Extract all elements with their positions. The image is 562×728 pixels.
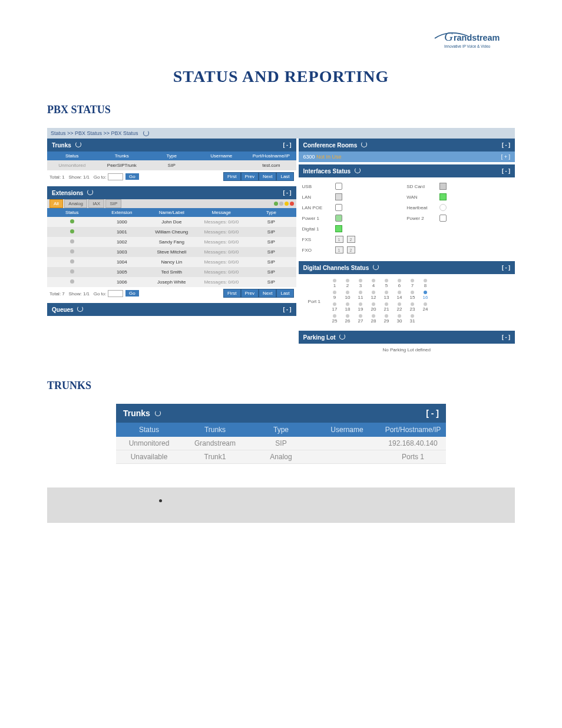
port-icon: 1	[335, 246, 343, 253]
table-row: 1006Joseph WhiteMessages: 0/0/0SIP	[47, 277, 296, 287]
next-button[interactable]: Next	[259, 172, 276, 181]
collapse-button[interactable]: [ - ]	[283, 142, 292, 148]
trunks-pager: Total: 1 Show: 1/1 Go to: Go First Prev …	[47, 170, 296, 183]
channel-cell: 19	[356, 302, 365, 312]
trunks-columns: Status Trunks Type Username Port/Hostnam…	[47, 151, 296, 160]
conference-room-row[interactable]: 6300 Not In Use [ + ]	[299, 151, 515, 162]
tab-sip[interactable]: SIP	[105, 199, 121, 208]
collapse-button[interactable]: [ - ]	[502, 142, 510, 148]
svg-text:G: G	[444, 29, 453, 43]
pbx-screenshot: Status >> PBX Status >> PBX Status Trunk…	[47, 128, 515, 356]
goto-input[interactable]	[108, 173, 123, 180]
first-button[interactable]: First	[223, 289, 241, 298]
conference-panel-header: Conference Rooms [ - ]	[299, 139, 515, 151]
collapse-button[interactable]: [ - ]	[502, 168, 510, 174]
channel-cell: 2	[343, 279, 352, 288]
digital-channels-grid: Port 1 123456789101112131415161718192021…	[299, 274, 515, 328]
channel-cell: 27	[356, 314, 365, 324]
expand-button[interactable]: [ + ]	[501, 154, 510, 160]
tab-all[interactable]: All	[49, 199, 63, 208]
channel-cell: 6	[395, 279, 404, 288]
table-row: 1002Sandy FangMessages: 0/0/0SIP	[47, 237, 296, 247]
prev-button[interactable]: Prev	[241, 172, 259, 181]
channel-cell: 21	[382, 302, 391, 312]
last-button[interactable]: Last	[276, 289, 293, 298]
trunks-zoom-panel: Trunks [ - ] Status Trunks Type Username…	[116, 404, 446, 464]
channel-cell: 8	[421, 279, 430, 288]
table-row: UnmonitoredGrandstreamSIP192.168.40.140	[116, 437, 446, 450]
bullet-icon	[159, 499, 162, 502]
refresh-icon[interactable]	[75, 141, 81, 147]
refresh-icon[interactable]	[339, 334, 345, 340]
trunks-panel-header: Trunks [ - ]	[47, 139, 296, 151]
prev-button[interactable]: Prev	[241, 289, 259, 298]
interface-row: LAN POEHeartbeat	[302, 202, 511, 213]
interface-icon	[335, 193, 342, 200]
refresh-icon[interactable]	[373, 264, 379, 270]
goto-input[interactable]	[108, 290, 123, 297]
extensions-pager: Total: 7 Show: 1/1 Go to: Go First Prev …	[47, 287, 296, 299]
collapse-button[interactable]: [ - ]	[283, 190, 292, 196]
status-dot-icon	[70, 259, 74, 263]
interface-row: FXS1 2	[302, 234, 511, 245]
channel-cell: 26	[343, 314, 352, 324]
svg-text:Innovative IP Voice & Video: Innovative IP Voice & Video	[444, 44, 491, 48]
section-pbx-status: PBX STATUS	[47, 104, 515, 116]
channel-cell: 18	[343, 302, 352, 312]
channel-cell: 12	[369, 291, 378, 300]
interface-row: USBSD Card	[302, 181, 511, 192]
channel-cell: 13	[382, 291, 391, 300]
trunks-zoom-columns: Status Trunks Type Username Port/Hostnam…	[116, 423, 446, 437]
status-dot-icon	[70, 229, 74, 233]
channel-cell: 20	[369, 302, 378, 312]
port-icon: 2	[347, 236, 355, 243]
collapse-button[interactable]: [ - ]	[283, 307, 292, 312]
table-row: UnmonitoredPeerSIPTrunkSIPtest.com	[47, 160, 296, 170]
last-button[interactable]: Last	[276, 172, 293, 181]
channel-cell: 16	[421, 291, 430, 300]
collapse-button[interactable]: [ - ]	[426, 409, 439, 418]
go-button[interactable]: Go	[125, 173, 139, 180]
parking-empty-row: No Parking Lot defined	[299, 344, 515, 356]
collapse-button[interactable]: [ - ]	[502, 265, 510, 271]
refresh-icon[interactable]	[155, 410, 161, 416]
channel-cell: 3	[356, 279, 365, 288]
interface-icon	[335, 183, 342, 190]
section-trunks: TRUNKS	[47, 380, 515, 392]
table-row: 1000John DoeMessages: 0/0/0SIP	[47, 217, 296, 227]
table-row: 1001William CheungMessages: 0/0/0SIP	[47, 227, 296, 237]
tab-analog[interactable]: Analog	[64, 199, 87, 208]
next-button[interactable]: Next	[259, 289, 276, 298]
page-title: STATUS AND REPORTING	[47, 67, 515, 86]
collapse-button[interactable]: [ - ]	[502, 334, 510, 340]
interface-icon	[335, 204, 342, 211]
first-button[interactable]: First	[223, 172, 241, 181]
interface-row: FXO1 2	[302, 245, 511, 255]
table-row: 1005Ted SmithMessages: 0/0/0SIP	[47, 267, 296, 277]
channel-cell: 22	[395, 302, 404, 312]
tab-iax[interactable]: IAX	[88, 199, 104, 208]
refresh-icon[interactable]	[143, 130, 149, 136]
trunks-zoom-header: Trunks [ - ]	[116, 404, 446, 423]
interface-icon	[439, 193, 447, 200]
interface-row: LANWAN	[302, 192, 511, 202]
refresh-icon[interactable]	[355, 167, 361, 173]
channel-cell: 14	[395, 291, 404, 300]
go-button[interactable]: Go	[125, 290, 139, 297]
interface-row: Digital 1	[302, 223, 511, 234]
refresh-icon[interactable]	[361, 141, 367, 147]
extensions-tabs: All Analog IAX SIP	[47, 199, 296, 208]
channel-cell: 28	[369, 314, 378, 324]
channel-cell: 15	[408, 291, 417, 300]
refresh-icon[interactable]	[87, 189, 93, 195]
interfaces-panel-header: Interfaces Status [ - ]	[299, 164, 515, 177]
channel-cell: 7	[408, 279, 417, 288]
channel-cell: 9	[330, 291, 339, 300]
interface-icon	[439, 204, 447, 211]
port-icon: 1	[335, 236, 343, 243]
table-row: UnavailableTrunk1AnalogPorts 1	[116, 450, 446, 464]
channel-cell: 11	[356, 291, 365, 300]
extensions-columns: Status Extension Name/Label Message Type	[47, 208, 296, 217]
refresh-icon[interactable]	[77, 306, 83, 312]
channel-cell: 23	[408, 302, 417, 312]
